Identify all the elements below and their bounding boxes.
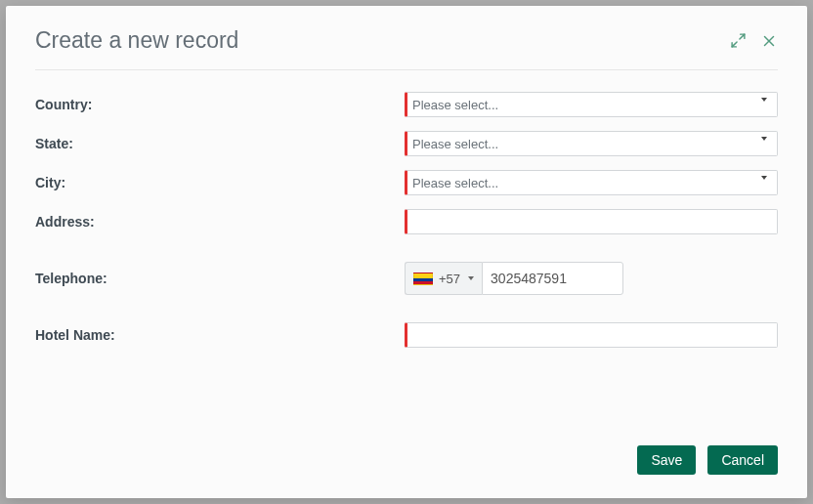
label-country: Country: xyxy=(35,97,405,112)
city-select[interactable]: Please select... xyxy=(405,170,778,195)
row-country: Country: Please select... xyxy=(35,92,778,117)
close-icon[interactable] xyxy=(760,32,778,50)
expand-icon[interactable] xyxy=(730,32,747,49)
cancel-button[interactable]: Cancel xyxy=(707,445,778,475)
dial-code-select[interactable]: +57 xyxy=(405,262,482,295)
address-input[interactable] xyxy=(405,209,778,234)
row-state: State: Please select... xyxy=(35,131,778,156)
chevron-down-icon xyxy=(468,276,474,280)
hotel-name-input[interactable] xyxy=(405,322,778,348)
flag-colombia-icon xyxy=(413,273,433,285)
state-select[interactable]: Please select... xyxy=(405,131,778,156)
row-telephone: Telephone: +57 xyxy=(35,262,778,295)
modal-footer: Save Cancel xyxy=(35,445,778,477)
modal-title: Create a new record xyxy=(35,27,238,54)
save-button[interactable]: Save xyxy=(637,445,696,475)
label-telephone: Telephone: xyxy=(35,271,405,286)
label-state: State: xyxy=(35,136,405,151)
chevron-down-icon xyxy=(761,98,767,102)
country-placeholder: Please select... xyxy=(407,98,498,112)
header-actions xyxy=(730,32,778,50)
country-select[interactable]: Please select... xyxy=(405,92,778,117)
row-city: City: Please select... xyxy=(35,170,778,195)
label-city: City: xyxy=(35,175,405,190)
chevron-down-icon xyxy=(761,176,767,180)
label-address: Address: xyxy=(35,214,405,230)
state-placeholder: Please select... xyxy=(407,137,498,151)
telephone-group: +57 xyxy=(405,262,623,295)
row-hotel-name: Hotel Name: xyxy=(35,322,778,348)
label-hotel-name: Hotel Name: xyxy=(35,327,405,343)
city-placeholder: Please select... xyxy=(407,176,498,190)
chevron-down-icon xyxy=(761,137,767,141)
form-body: Country: Please select... State: Please … xyxy=(35,70,778,445)
modal-header: Create a new record xyxy=(35,27,778,70)
dial-code: +57 xyxy=(439,272,460,286)
telephone-input[interactable] xyxy=(482,262,623,295)
create-record-modal: Create a new record Country: xyxy=(6,6,807,498)
svg-line-0 xyxy=(740,34,745,39)
svg-line-1 xyxy=(732,42,737,47)
row-address: Address: xyxy=(35,209,778,234)
